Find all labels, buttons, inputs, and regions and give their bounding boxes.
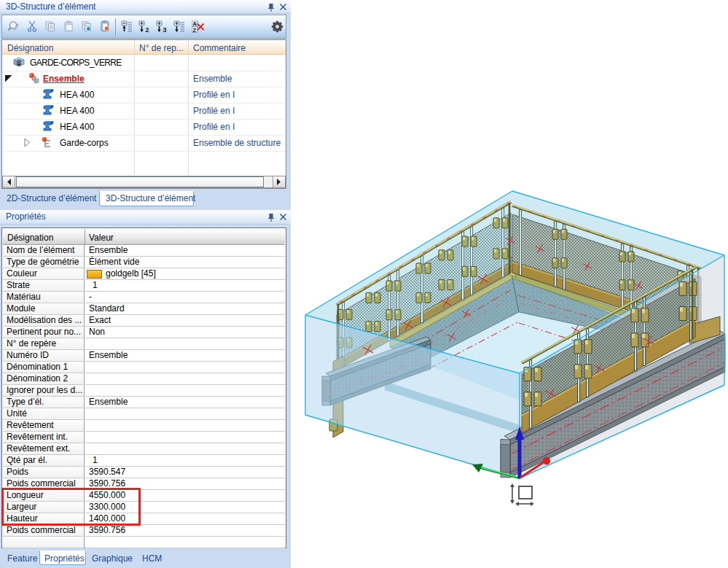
svg-text:3: 3 [163, 26, 167, 33]
svg-text:2: 2 [146, 26, 149, 33]
svg-text:Z: Z [193, 27, 197, 34]
